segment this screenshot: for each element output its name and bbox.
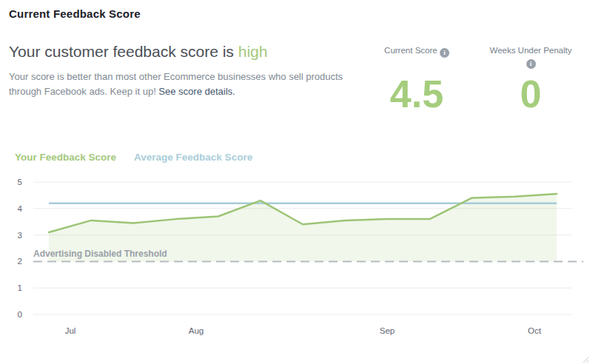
x-axis-tick-label: Aug bbox=[189, 326, 204, 335]
score-description: Your score is better than most other Eco… bbox=[9, 70, 346, 99]
info-icon[interactable]: i bbox=[440, 48, 449, 58]
feedback-score-card: Current Feedback Score Your customer fee… bbox=[0, 0, 590, 364]
weeks-under-penalty-value: 0 bbox=[472, 68, 590, 120]
x-axis-tick-label: Jul bbox=[65, 326, 76, 335]
current-score-value: 4.5 bbox=[358, 68, 476, 120]
see-score-details-link[interactable]: See score details. bbox=[158, 86, 235, 97]
feedback-chart: 012345Advertising Disabled ThresholdJulA… bbox=[0, 175, 590, 364]
y-axis-tick-label: 4 bbox=[18, 204, 23, 213]
page-title: Current Feedback Score bbox=[9, 7, 141, 20]
y-axis-tick-label: 0 bbox=[18, 310, 22, 319]
y-axis-tick-label: 1 bbox=[18, 283, 22, 292]
threshold-label: Advertising Disabled Threshold bbox=[33, 249, 167, 259]
legend-average-feedback-score[interactable]: Average Feedback Score bbox=[134, 152, 252, 163]
y-axis-tick-label: 5 bbox=[18, 178, 22, 186]
resize-handle-icon[interactable] bbox=[583, 357, 589, 363]
score-headline-highlight: high bbox=[238, 43, 268, 60]
y-axis-tick-label: 2 bbox=[18, 257, 22, 266]
weeks-under-penalty-label: Weeks Under Penalty i bbox=[472, 45, 590, 69]
y-axis-tick-label: 3 bbox=[18, 231, 22, 240]
x-axis-tick-label: Sep bbox=[380, 326, 395, 335]
x-axis-tick-label: Oct bbox=[528, 326, 542, 335]
chart-legend: Your Feedback Score Average Feedback Sco… bbox=[15, 152, 252, 163]
score-headline-text: Your customer feedback score is bbox=[9, 43, 238, 60]
legend-your-feedback-score[interactable]: Your Feedback Score bbox=[15, 152, 116, 163]
score-headline: Your customer feedback score is high bbox=[9, 43, 267, 61]
current-score-label: Current Score i bbox=[358, 45, 476, 58]
